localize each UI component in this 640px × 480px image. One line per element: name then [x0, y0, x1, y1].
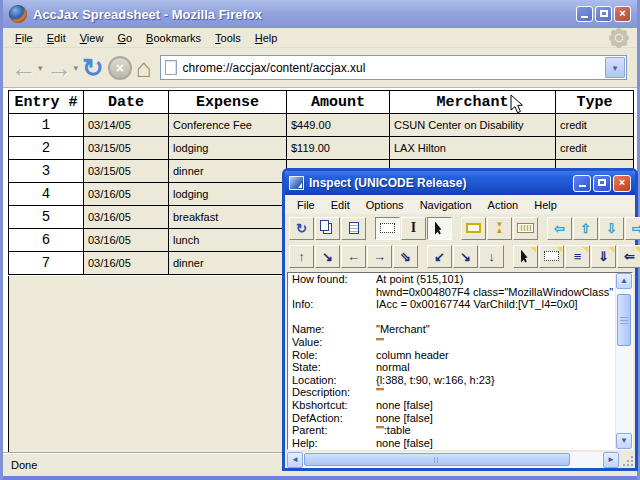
inspect-close-button[interactable]: × — [613, 175, 631, 192]
firefox-menu-bookmarks[interactable]: Bookmarks — [139, 30, 208, 46]
goto-child-right-button[interactable]: ↘ — [453, 245, 478, 268]
data-cell[interactable]: credit — [556, 114, 634, 137]
data-cell[interactable]: 03/16/05 — [84, 206, 169, 229]
forward-dropdown-icon[interactable]: ▾ — [74, 63, 79, 73]
highlight-rectangle-button[interactable] — [461, 217, 486, 240]
hourglass-button[interactable] — [487, 217, 512, 240]
goto-child-left-button[interactable]: ↙ — [427, 245, 452, 268]
column-header-amount[interactable]: Amount — [287, 91, 390, 114]
keyboard-button[interactable] — [513, 217, 538, 240]
column-header-type[interactable]: Type — [556, 91, 634, 114]
navigate-down-button[interactable]: ⇩ — [599, 217, 624, 240]
data-cell[interactable]: LAX Hilton — [390, 137, 556, 160]
data-cell[interactable]: credit — [556, 137, 634, 160]
firefox-titlebar[interactable]: AccJax Spreadsheet - Mozilla Firefox × — [3, 0, 637, 28]
select-rectangle-button[interactable] — [375, 217, 400, 240]
firefox-menu-help[interactable]: Help — [248, 30, 285, 46]
data-cell[interactable]: $449.00 — [287, 114, 390, 137]
properties-button[interactable] — [341, 217, 366, 240]
vertical-scrollbar[interactable]: ▲ ▼ — [615, 273, 632, 449]
minimize-button[interactable] — [576, 6, 593, 22]
horizontal-scroll-thumb[interactable] — [304, 453, 570, 466]
inspect-menu-help[interactable]: Help — [526, 197, 565, 213]
data-cell[interactable]: lunch — [169, 229, 287, 252]
track-selection-button[interactable]: ≡ — [565, 245, 590, 268]
url-dropdown-button[interactable]: ▾ — [605, 57, 625, 78]
goto-child-down-button[interactable]: ↓ — [479, 245, 504, 268]
inspect-menu-edit[interactable]: Edit — [323, 197, 358, 213]
copy-button[interactable] — [315, 217, 340, 240]
data-cell[interactable]: Conference Fee — [169, 114, 287, 137]
back-dropdown-icon[interactable]: ▾ — [38, 63, 43, 73]
data-cell[interactable]: breakfast — [169, 206, 287, 229]
text-caret-button[interactable]: I — [401, 217, 426, 240]
stop-button[interactable]: × — [104, 56, 136, 80]
navigate-left-button[interactable]: ⇦ — [547, 217, 572, 240]
data-cell[interactable]: CSUN Center on Disability — [390, 114, 556, 137]
goto-next-sibling-button[interactable]: → — [367, 245, 392, 268]
inspect-menu-navigation[interactable]: Navigation — [412, 197, 480, 213]
navigate-right-button[interactable]: ⇨ — [625, 217, 640, 240]
column-header-merchant[interactable]: Merchant — [390, 91, 556, 114]
track-caret-button[interactable]: ⇓ — [591, 245, 616, 268]
column-header-entry[interactable]: Entry # — [9, 91, 84, 114]
data-cell[interactable]: 03/14/05 — [84, 114, 169, 137]
url-input[interactable] — [183, 58, 626, 78]
inspect-minimize-button[interactable] — [573, 175, 591, 192]
scroll-down-button[interactable]: ▼ — [616, 433, 632, 449]
data-cell[interactable]: lodging — [169, 183, 287, 206]
firefox-menu-file[interactable]: File — [8, 30, 40, 46]
track-focus-button[interactable] — [539, 245, 564, 268]
reload-button[interactable]: ↻ — [82, 54, 104, 82]
data-cell[interactable]: 03/15/05 — [84, 160, 169, 183]
firefox-menu-tools[interactable]: Tools — [208, 30, 248, 46]
entry-cell[interactable]: 2 — [9, 137, 84, 160]
inspect-menu-file[interactable]: File — [289, 197, 323, 213]
inspect-maximize-button[interactable] — [593, 175, 611, 192]
entry-cell[interactable]: 5 — [9, 206, 84, 229]
data-cell[interactable]: 03/16/05 — [84, 183, 169, 206]
scroll-up-button[interactable]: ▲ — [616, 273, 632, 289]
data-cell[interactable]: 03/15/05 — [84, 137, 169, 160]
data-cell[interactable]: 03/16/05 — [84, 252, 169, 275]
entry-cell[interactable]: 3 — [9, 160, 84, 183]
inspect-titlebar[interactable]: Inspect (UNICODE Release) × — [285, 171, 635, 195]
firefox-menu-view[interactable]: View — [73, 30, 111, 46]
data-cell[interactable]: $119.00 — [287, 137, 390, 160]
scroll-left-button[interactable]: ◄ — [287, 452, 303, 468]
close-button[interactable]: × — [614, 6, 631, 22]
entry-cell[interactable]: 6 — [9, 229, 84, 252]
vertical-scroll-thumb[interactable] — [617, 294, 631, 346]
back-button[interactable]: ← — [11, 54, 37, 82]
inspect-menu-options[interactable]: Options — [358, 197, 412, 213]
goto-first-child-button[interactable]: ↘ — [315, 245, 340, 268]
resize-grip[interactable] — [621, 454, 634, 467]
forward-button[interactable]: → — [47, 54, 73, 82]
goto-prev-sibling-button[interactable]: ← — [341, 245, 366, 268]
entry-cell[interactable]: 1 — [9, 114, 84, 137]
home-button[interactable]: ⌂ — [136, 54, 152, 82]
scroll-right-button[interactable]: ► — [603, 452, 619, 468]
track-cursor-button[interactable] — [513, 245, 538, 268]
goto-last-child-button[interactable]: ⇘ — [393, 245, 418, 268]
goto-parent-button[interactable]: ↑ — [289, 245, 314, 268]
entry-cell[interactable]: 4 — [9, 183, 84, 206]
refresh-button[interactable]: ↻ — [289, 217, 314, 240]
pointer-button[interactable] — [427, 217, 452, 240]
data-cell[interactable]: dinner — [169, 252, 287, 275]
maximize-button[interactable] — [595, 6, 612, 22]
horizontal-scrollbar[interactable]: ◄ ► — [287, 452, 619, 468]
firefox-menu-edit[interactable]: Edit — [40, 30, 73, 46]
entry-cell[interactable]: 7 — [9, 252, 84, 275]
column-header-date[interactable]: Date — [84, 91, 169, 114]
goto-parent-icon: ↑ — [298, 250, 305, 263]
navigate-up-button[interactable]: ⇧ — [573, 217, 598, 240]
inspect-menu-action[interactable]: Action — [480, 197, 527, 213]
data-cell[interactable]: dinner — [169, 160, 287, 183]
location-bar[interactable]: ▾ — [160, 55, 627, 80]
data-cell[interactable]: lodging — [169, 137, 287, 160]
firefox-menu-go[interactable]: Go — [110, 30, 139, 46]
track-left-button[interactable]: ⇐ — [617, 245, 640, 268]
column-header-expense[interactable]: Expense — [169, 91, 287, 114]
data-cell[interactable]: 03/16/05 — [84, 229, 169, 252]
